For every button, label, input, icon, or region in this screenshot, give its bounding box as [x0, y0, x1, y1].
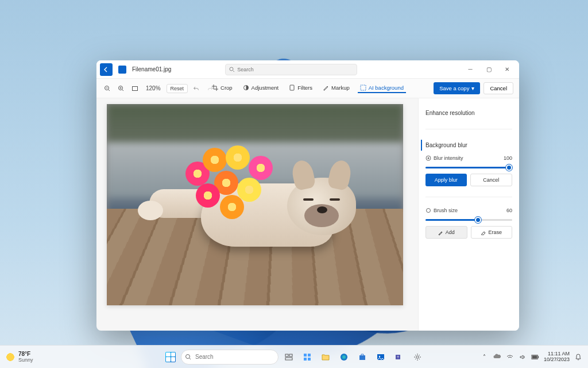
taskbar-search[interactable]: [181, 350, 278, 365]
battery-icon[interactable]: [531, 353, 539, 361]
svg-rect-16: [304, 358, 307, 361]
tool-ai-background[interactable]: AI background: [358, 83, 406, 93]
search-icon: [229, 67, 235, 72]
cancel-blur-button[interactable]: Cancel: [470, 174, 513, 186]
date: 10/27/2023: [544, 357, 570, 363]
svg-rect-3: [133, 86, 138, 90]
weather-widget[interactable]: 78°F Sunny: [6, 351, 33, 363]
weather-condition: Sunny: [18, 357, 33, 363]
side-panel: Enhance resolution Background blur Blur …: [418, 98, 519, 331]
fit-icon[interactable]: [130, 83, 140, 94]
svg-point-21: [379, 355, 380, 356]
svg-point-10: [186, 354, 190, 358]
save-button[interactable]: Save a copy▾: [434, 82, 480, 94]
svg-point-9: [427, 209, 431, 213]
svg-rect-17: [308, 358, 311, 361]
brush-erase-button[interactable]: Erase: [471, 226, 513, 239]
svg-point-24: [416, 355, 419, 358]
zoom-level: 120%: [144, 85, 163, 91]
tool-markup[interactable]: Markup: [320, 83, 352, 93]
svg-rect-26: [532, 355, 537, 358]
maximize-button[interactable]: ▢: [480, 62, 497, 78]
search-box[interactable]: [225, 64, 357, 75]
blur-intensity-slider[interactable]: [425, 163, 512, 171]
brush-size-slider[interactable]: [425, 216, 512, 224]
svg-rect-13: [285, 358, 292, 360]
svg-text:T: T: [397, 355, 399, 359]
start-button[interactable]: [163, 349, 179, 365]
zoom-in-icon[interactable]: [116, 83, 126, 94]
undo-icon[interactable]: [191, 83, 202, 94]
onedrive-icon[interactable]: [493, 353, 501, 361]
file-icon: [118, 66, 126, 74]
title-bar: Filename01.jpg ─ ▢ ✕: [96, 60, 519, 79]
enhance-resolution-header[interactable]: Enhance resolution: [425, 108, 512, 118]
svg-point-8: [428, 158, 430, 159]
svg-rect-15: [308, 354, 311, 356]
brush-icon: [425, 208, 431, 213]
chevron-down-icon: ▾: [471, 85, 474, 91]
blur-icon: [425, 155, 431, 161]
blur-intensity-value: 100: [504, 155, 512, 161]
canvas[interactable]: [96, 98, 418, 331]
search-icon: [185, 354, 192, 361]
edge-icon[interactable]: [336, 349, 352, 365]
svg-rect-19: [359, 355, 365, 360]
store-icon[interactable]: [354, 349, 370, 365]
clock[interactable]: 11:11 AM 10/27/2023: [544, 351, 570, 363]
explorer-icon[interactable]: [318, 349, 334, 365]
taskbar-search-input[interactable]: [195, 354, 271, 360]
widgets-icon[interactable]: [299, 349, 315, 365]
svg-rect-14: [304, 354, 307, 356]
teams-icon[interactable]: T: [391, 349, 407, 365]
close-button[interactable]: ✕: [498, 62, 516, 78]
apply-blur-button[interactable]: Apply blur: [425, 174, 467, 186]
brush-size-label: Brush size: [434, 208, 458, 213]
blur-intensity-label: Blur intensity: [434, 155, 463, 161]
svg-point-18: [341, 354, 347, 361]
toolbar: 120% Reset Crop Adjustment Filters Marku…: [96, 79, 519, 98]
notifications-icon[interactable]: [574, 353, 582, 361]
tool-adjustment[interactable]: Adjustment: [241, 83, 281, 93]
svg-rect-5: [290, 85, 294, 90]
brush-size-value: 60: [506, 208, 512, 213]
zoom-out-icon[interactable]: [102, 83, 113, 94]
brush-add-button[interactable]: Add: [425, 226, 467, 239]
svg-rect-27: [538, 356, 539, 358]
svg-rect-12: [289, 354, 292, 356]
svg-rect-11: [285, 354, 288, 356]
temperature: 78°F: [18, 351, 33, 357]
svg-point-0: [230, 67, 233, 71]
settings-icon[interactable]: [409, 349, 425, 365]
filename: Filename01.jpg: [132, 66, 171, 72]
tool-filters[interactable]: Filters: [287, 83, 315, 93]
reset-button[interactable]: Reset: [167, 84, 188, 93]
volume-icon[interactable]: [519, 353, 527, 361]
back-button[interactable]: [100, 63, 113, 76]
background-blur-header[interactable]: Background blur: [421, 140, 512, 151]
photo-preview: [107, 104, 403, 305]
wifi-icon[interactable]: [506, 353, 514, 361]
sun-icon: [6, 352, 15, 362]
task-view-icon[interactable]: [281, 349, 297, 365]
system-tray: ˄ 11:11 AM 10/27/2023: [481, 351, 582, 363]
photos-app-window: Filename01.jpg ─ ▢ ✕ 120% Reset Crop Adj…: [96, 60, 519, 331]
taskbar: 78°F Sunny T ˄ 11:11 AM 10/27/2023: [0, 345, 588, 368]
photos-icon[interactable]: [373, 349, 389, 365]
minimize-button[interactable]: ─: [462, 62, 479, 78]
tool-crop[interactable]: Crop: [210, 83, 235, 93]
cancel-button[interactable]: Cancel: [483, 82, 513, 94]
chevron-up-icon[interactable]: ˄: [481, 353, 489, 361]
search-input[interactable]: [237, 67, 353, 72]
svg-rect-6: [361, 85, 366, 90]
